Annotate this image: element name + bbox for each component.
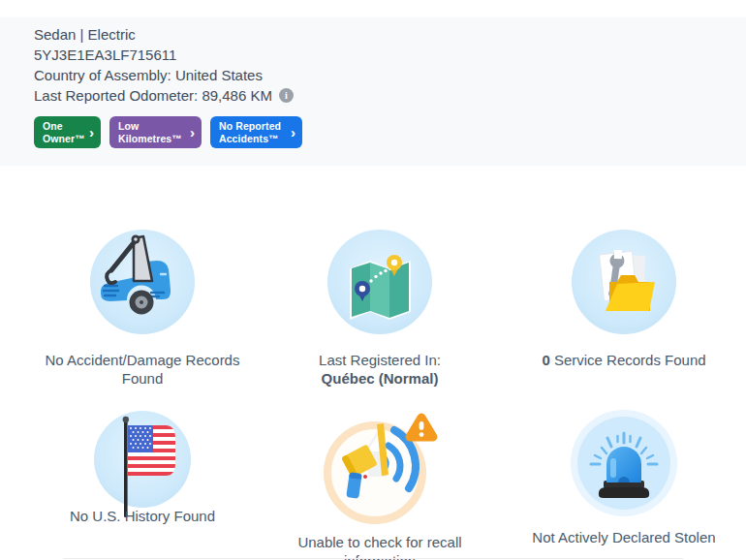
odometer-line: Last Reported Odometer: 89,486 KM i bbox=[34, 85, 746, 106]
warning-triangle-icon bbox=[410, 418, 433, 437]
chevron-right-icon: › bbox=[190, 125, 195, 140]
summary-item-label: 0 Service Records Found bbox=[542, 351, 705, 369]
recall-warning-icon bbox=[317, 407, 443, 529]
siren-icon bbox=[567, 407, 681, 521]
summary-item-stolen: Not Actively Declared Stolen bbox=[502, 407, 746, 560]
badge-no-reported-accidents[interactable]: No Reported Accidents™ › bbox=[210, 116, 302, 148]
summary-grid: No Accident/Damage Records Found bbox=[0, 166, 746, 560]
summary-item-label: No Accident/Damage Records Found bbox=[37, 351, 248, 388]
badge-low-kilometres[interactable]: Low Kilometres™ › bbox=[109, 116, 202, 148]
summary-item-registration: Last Registered In: Québec (Normal) bbox=[258, 226, 502, 388]
report-header: Sedan | Electric 5YJ3E1EA3LF715611 Count… bbox=[0, 17, 746, 166]
summary-item-accidents: No Accident/Damage Records Found bbox=[27, 226, 258, 388]
chevron-right-icon: › bbox=[291, 125, 295, 140]
badge-label: Low Kilometres™ bbox=[118, 120, 186, 144]
map-route-icon bbox=[323, 226, 437, 340]
summary-item-label: Last Registered In: Québec (Normal) bbox=[319, 351, 441, 388]
summary-item-label: Not Actively Declared Stolen bbox=[532, 528, 715, 546]
summary-item-label: Unable to check for recall information bbox=[287, 533, 473, 560]
badge-label: One Owner™ bbox=[43, 120, 85, 144]
service-folder-icon bbox=[567, 226, 681, 340]
badge-one-owner[interactable]: One Owner™ › bbox=[34, 116, 101, 148]
summary-item-label: No U.S. History Found bbox=[70, 507, 215, 525]
badge-row: One Owner™ › Low Kilometres™ › No Report… bbox=[34, 116, 746, 148]
chevron-right-icon: › bbox=[89, 125, 94, 140]
summary-item-us-history: No U.S. History Found bbox=[27, 407, 258, 560]
country-of-assembly: Country of Assembly: United States bbox=[34, 65, 746, 85]
us-flag-icon bbox=[85, 407, 200, 521]
summary-item-service: 0 Service Records Found bbox=[502, 226, 746, 388]
info-icon[interactable]: i bbox=[279, 88, 294, 103]
summary-item-recall: Unable to check for recall information bbox=[258, 407, 502, 560]
odometer-label: Last Reported Odometer: 89,486 KM bbox=[34, 85, 272, 106]
vehicle-type: Sedan | Electric bbox=[34, 24, 746, 45]
vin: 5YJ3E1EA3LF715611 bbox=[34, 45, 746, 65]
badge-label: No Reported Accidents™ bbox=[219, 120, 287, 144]
tow-truck-icon bbox=[85, 226, 200, 340]
section-divider bbox=[63, 558, 683, 559]
